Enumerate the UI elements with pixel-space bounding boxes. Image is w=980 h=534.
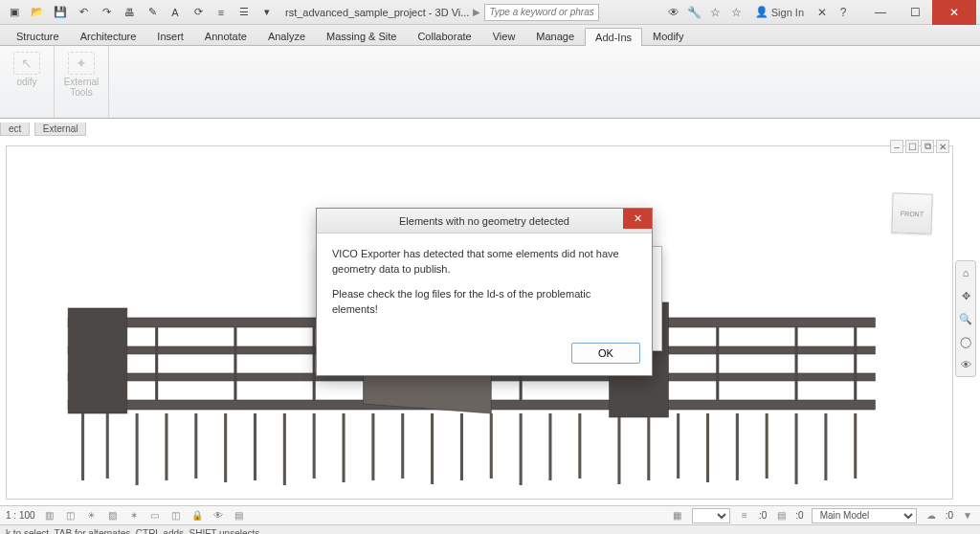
tab-add-ins[interactable]: Add-Ins — [585, 28, 642, 46]
sync-icon[interactable]: ⟳ — [188, 3, 209, 22]
panel-label-external: External — [34, 122, 87, 136]
crop-icon[interactable]: ▭ — [148, 509, 162, 523]
maximize-button[interactable]: ☐ — [898, 0, 932, 25]
status-bar: k to select, TAB for alternates, CTRL ad… — [0, 524, 980, 534]
ribbon-panel-labels: ect External — [0, 119, 980, 136]
svg-rect-4 — [68, 308, 127, 413]
select-links-icon[interactable]: ▦ — [671, 509, 684, 523]
sign-in-label: Sign In — [771, 7, 804, 18]
message-dialog: Elements with no geometry detected ✕ VIC… — [316, 208, 653, 376]
app-menu-icon[interactable]: ▣ — [4, 3, 25, 22]
key-icon[interactable]: 🔧 — [686, 4, 703, 21]
cloud-icon[interactable]: ☁ — [924, 509, 938, 523]
ribbon-group-external: ✦ External Tools — [55, 46, 109, 118]
shadows-icon[interactable]: ▧ — [106, 509, 120, 523]
panel-label-select: ect — [0, 122, 30, 136]
temp-hide-icon[interactable]: ▤ — [233, 509, 246, 523]
viewcube[interactable]: FRONT — [891, 192, 932, 234]
star-icon[interactable]: ☆ — [707, 4, 724, 21]
tab-collaborate[interactable]: Collaborate — [407, 27, 481, 45]
filter2-icon[interactable]: ▼ — [961, 509, 974, 523]
dialog-message-1: VICO Exporter has detected that some ele… — [332, 247, 636, 278]
open-icon[interactable]: 📂 — [27, 3, 48, 22]
window-title: rst_advanced_sample_project - 3D Vi... — [285, 7, 469, 18]
home-icon[interactable]: ⌂ — [958, 265, 973, 280]
rendering-icon[interactable]: ✶ — [127, 509, 141, 523]
titlebar: ▣ 📂 💾 ↶ ↷ 🖶 ✎ A ⟳ ≡ ☰ ▾ rst_advanced_sam… — [0, 0, 980, 25]
ribbon-group-modify: ↖ odify — [0, 46, 55, 118]
ok-button[interactable]: OK — [571, 343, 640, 364]
view-frame-controls: – ☐ ⧉ ✕ — [890, 140, 949, 153]
main-model-combo[interactable]: Main Model — [812, 508, 917, 523]
scale-label[interactable]: 1 : 100 — [6, 510, 35, 521]
tab-modify[interactable]: Modify — [642, 27, 694, 45]
ribbon-panel: ↖ odify ✦ External Tools — [0, 46, 980, 119]
view-max-icon[interactable]: ☐ — [905, 140, 919, 153]
visual-style-icon[interactable]: ◫ — [64, 509, 78, 523]
dialog-buttons: OK — [317, 337, 652, 375]
undo-icon[interactable]: ↶ — [73, 3, 94, 22]
sign-in-button[interactable]: 👤Sign In — [749, 6, 810, 18]
external-tools-label: External Tools — [64, 77, 100, 98]
view-control-bar: 1 : 100 ▥ ◫ ☀ ▧ ✶ ▭ ◫ 🔒 👁 ▤ ▦ ≡ :0 ▤ :0 … — [0, 505, 980, 524]
worksets-combo[interactable] — [692, 508, 730, 523]
dialog-titlebar[interactable]: Elements with no geometry detected ✕ — [317, 209, 652, 234]
favorite-icon[interactable]: ☆ — [728, 4, 746, 21]
orbit-icon[interactable]: ◯ — [958, 334, 973, 349]
detail-level-icon[interactable]: ▥ — [43, 509, 56, 523]
tab-structure[interactable]: Structure — [6, 27, 70, 45]
dialog-body: VICO Exporter has detected that some ele… — [317, 234, 652, 337]
look-icon[interactable]: 👁 — [958, 357, 973, 372]
view-min-icon[interactable]: – — [890, 140, 903, 153]
count-2: :0 — [795, 510, 803, 521]
pan-icon[interactable]: ✥ — [958, 288, 973, 303]
view-close-icon[interactable]: ✕ — [936, 140, 949, 153]
measure-icon[interactable]: ✎ — [142, 3, 163, 22]
tab-view[interactable]: View — [482, 27, 526, 45]
redo-icon[interactable]: ↷ — [96, 3, 117, 22]
help-icon[interactable]: ? — [835, 4, 852, 21]
minimize-button[interactable]: — — [863, 0, 898, 25]
window-controls: — ☐ ✕ — [863, 0, 976, 25]
qat-drop-icon[interactable]: ▾ — [256, 3, 278, 22]
tab-architecture[interactable]: Architecture — [70, 27, 147, 45]
titlebar-right: 👁 🔧 ☆ ☆ 👤Sign In ✕ ? — ☐ ✕ — [665, 0, 980, 25]
user-icon: 👤 — [755, 6, 768, 18]
binoculars-icon[interactable]: 👁 — [665, 4, 682, 21]
tab-analyze[interactable]: Analyze — [257, 27, 316, 45]
filter-icon[interactable]: ≡ — [738, 509, 751, 523]
text-icon[interactable]: A — [165, 3, 186, 22]
align-icon[interactable]: ≡ — [211, 3, 232, 22]
exchange-icon[interactable]: ✕ — [813, 4, 831, 21]
modify-button[interactable]: ↖ odify — [8, 50, 46, 87]
modify-icon: ↖ — [13, 52, 40, 75]
close-button[interactable]: ✕ — [932, 0, 976, 25]
status-hint: k to select, TAB for alternates, CTRL ad… — [6, 528, 262, 534]
dialog-message-2: Please check the log files for the Id-s … — [332, 287, 636, 318]
tab-insert[interactable]: Insert — [146, 27, 194, 45]
list-icon[interactable]: ☰ — [234, 3, 255, 22]
exclude-icon[interactable]: ▤ — [774, 509, 788, 523]
count-1: :0 — [759, 510, 767, 521]
quick-access-toolbar: ▣ 📂 💾 ↶ ↷ 🖶 ✎ A ⟳ ≡ ☰ ▾ — [0, 3, 278, 22]
ribbon-tabs: Structure Architecture Insert Annotate A… — [0, 25, 980, 46]
tab-annotate[interactable]: Annotate — [194, 27, 257, 45]
external-tools-icon: ✦ — [68, 52, 95, 75]
reveal-icon[interactable]: 👁 — [212, 509, 225, 523]
crop-region-icon[interactable]: ◫ — [169, 509, 183, 523]
search-input[interactable] — [484, 4, 599, 21]
tab-massing-site[interactable]: Massing & Site — [316, 27, 407, 45]
sun-path-icon[interactable]: ☀ — [85, 509, 99, 523]
zoom-icon[interactable]: 🔍 — [958, 311, 973, 326]
dialog-close-button[interactable]: ✕ — [623, 209, 652, 229]
navigation-bar: ⌂ ✥ 🔍 ◯ 👁 — [955, 260, 976, 377]
view-cascade-icon[interactable]: ⧉ — [921, 140, 934, 153]
dialog-title: Elements with no geometry detected — [399, 215, 569, 227]
viewport[interactable]: – ☐ ⧉ ✕ FRONT ⌂ ✥ 🔍 ◯ 👁 — [0, 136, 980, 505]
tab-manage[interactable]: Manage — [525, 27, 585, 45]
save-icon[interactable]: 💾 — [50, 3, 71, 22]
lock-icon[interactable]: 🔒 — [190, 509, 204, 523]
title-arrow-icon: ▶ — [473, 7, 480, 17]
external-tools-button[interactable]: ✦ External Tools — [62, 50, 100, 98]
print-icon[interactable]: 🖶 — [119, 3, 140, 22]
